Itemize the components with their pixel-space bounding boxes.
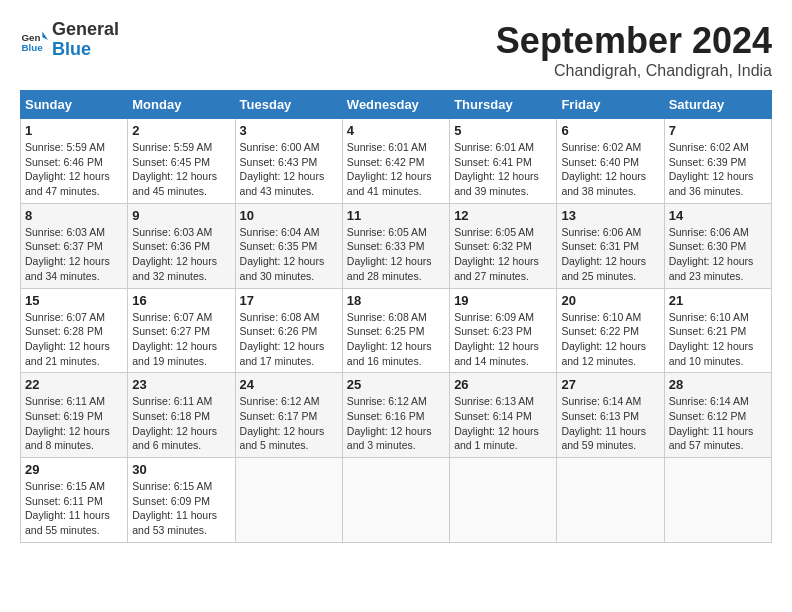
calendar-body: 1Sunrise: 5:59 AMSunset: 6:46 PMDaylight…	[21, 119, 772, 543]
calendar-cell-1-7: 7Sunrise: 6:02 AMSunset: 6:39 PMDaylight…	[664, 119, 771, 204]
calendar-cell-1-4: 4Sunrise: 6:01 AMSunset: 6:42 PMDaylight…	[342, 119, 449, 204]
day-info: Sunrise: 6:07 AMSunset: 6:27 PMDaylight:…	[132, 310, 230, 369]
calendar-cell-4-7: 28Sunrise: 6:14 AMSunset: 6:12 PMDayligh…	[664, 373, 771, 458]
logo-icon: Gen Blue	[20, 26, 48, 54]
logo-text: General Blue	[52, 20, 119, 60]
page-header: Gen Blue General Blue September 2024 Cha…	[20, 20, 772, 80]
day-info: Sunrise: 6:08 AMSunset: 6:25 PMDaylight:…	[347, 310, 445, 369]
day-number: 22	[25, 377, 123, 392]
day-info: Sunrise: 6:11 AMSunset: 6:18 PMDaylight:…	[132, 394, 230, 453]
day-info: Sunrise: 6:10 AMSunset: 6:22 PMDaylight:…	[561, 310, 659, 369]
calendar-cell-5-6	[557, 458, 664, 543]
calendar-cell-3-2: 16Sunrise: 6:07 AMSunset: 6:27 PMDayligh…	[128, 288, 235, 373]
col-saturday: Saturday	[664, 91, 771, 119]
calendar-table: Sunday Monday Tuesday Wednesday Thursday…	[20, 90, 772, 543]
day-number: 29	[25, 462, 123, 477]
calendar-cell-3-5: 19Sunrise: 6:09 AMSunset: 6:23 PMDayligh…	[450, 288, 557, 373]
day-info: Sunrise: 6:06 AMSunset: 6:31 PMDaylight:…	[561, 225, 659, 284]
day-number: 18	[347, 293, 445, 308]
day-number: 11	[347, 208, 445, 223]
day-number: 6	[561, 123, 659, 138]
day-info: Sunrise: 6:05 AMSunset: 6:33 PMDaylight:…	[347, 225, 445, 284]
day-info: Sunrise: 5:59 AMSunset: 6:45 PMDaylight:…	[132, 140, 230, 199]
col-monday: Monday	[128, 91, 235, 119]
day-number: 2	[132, 123, 230, 138]
day-number: 7	[669, 123, 767, 138]
calendar-cell-3-6: 20Sunrise: 6:10 AMSunset: 6:22 PMDayligh…	[557, 288, 664, 373]
logo-blue: Blue	[52, 39, 91, 59]
day-info: Sunrise: 6:11 AMSunset: 6:19 PMDaylight:…	[25, 394, 123, 453]
day-number: 23	[132, 377, 230, 392]
day-number: 9	[132, 208, 230, 223]
day-info: Sunrise: 6:07 AMSunset: 6:28 PMDaylight:…	[25, 310, 123, 369]
day-number: 1	[25, 123, 123, 138]
day-number: 28	[669, 377, 767, 392]
day-info: Sunrise: 6:09 AMSunset: 6:23 PMDaylight:…	[454, 310, 552, 369]
calendar-cell-1-2: 2Sunrise: 5:59 AMSunset: 6:45 PMDaylight…	[128, 119, 235, 204]
svg-text:Blue: Blue	[21, 42, 43, 53]
calendar-cell-3-1: 15Sunrise: 6:07 AMSunset: 6:28 PMDayligh…	[21, 288, 128, 373]
calendar-row-5: 29Sunrise: 6:15 AMSunset: 6:11 PMDayligh…	[21, 458, 772, 543]
day-number: 15	[25, 293, 123, 308]
col-sunday: Sunday	[21, 91, 128, 119]
svg-marker-2	[42, 31, 48, 39]
location: Chandigrah, Chandigrah, India	[496, 62, 772, 80]
day-number: 26	[454, 377, 552, 392]
day-number: 14	[669, 208, 767, 223]
calendar-cell-4-2: 23Sunrise: 6:11 AMSunset: 6:18 PMDayligh…	[128, 373, 235, 458]
calendar-cell-4-1: 22Sunrise: 6:11 AMSunset: 6:19 PMDayligh…	[21, 373, 128, 458]
calendar-cell-2-4: 11Sunrise: 6:05 AMSunset: 6:33 PMDayligh…	[342, 203, 449, 288]
day-number: 12	[454, 208, 552, 223]
day-info: Sunrise: 6:03 AMSunset: 6:37 PMDaylight:…	[25, 225, 123, 284]
day-info: Sunrise: 6:02 AMSunset: 6:39 PMDaylight:…	[669, 140, 767, 199]
calendar-header-row: Sunday Monday Tuesday Wednesday Thursday…	[21, 91, 772, 119]
calendar-row-4: 22Sunrise: 6:11 AMSunset: 6:19 PMDayligh…	[21, 373, 772, 458]
calendar-cell-3-7: 21Sunrise: 6:10 AMSunset: 6:21 PMDayligh…	[664, 288, 771, 373]
month-title: September 2024	[496, 20, 772, 62]
day-info: Sunrise: 6:00 AMSunset: 6:43 PMDaylight:…	[240, 140, 338, 199]
calendar-cell-1-6: 6Sunrise: 6:02 AMSunset: 6:40 PMDaylight…	[557, 119, 664, 204]
day-number: 5	[454, 123, 552, 138]
calendar-cell-3-3: 17Sunrise: 6:08 AMSunset: 6:26 PMDayligh…	[235, 288, 342, 373]
day-info: Sunrise: 6:05 AMSunset: 6:32 PMDaylight:…	[454, 225, 552, 284]
calendar-cell-4-5: 26Sunrise: 6:13 AMSunset: 6:14 PMDayligh…	[450, 373, 557, 458]
calendar-cell-2-2: 9Sunrise: 6:03 AMSunset: 6:36 PMDaylight…	[128, 203, 235, 288]
day-info: Sunrise: 6:06 AMSunset: 6:30 PMDaylight:…	[669, 225, 767, 284]
calendar-cell-5-2: 30Sunrise: 6:15 AMSunset: 6:09 PMDayligh…	[128, 458, 235, 543]
day-number: 3	[240, 123, 338, 138]
day-info: Sunrise: 6:02 AMSunset: 6:40 PMDaylight:…	[561, 140, 659, 199]
calendar-row-3: 15Sunrise: 6:07 AMSunset: 6:28 PMDayligh…	[21, 288, 772, 373]
day-info: Sunrise: 6:04 AMSunset: 6:35 PMDaylight:…	[240, 225, 338, 284]
calendar-cell-5-1: 29Sunrise: 6:15 AMSunset: 6:11 PMDayligh…	[21, 458, 128, 543]
day-info: Sunrise: 6:12 AMSunset: 6:16 PMDaylight:…	[347, 394, 445, 453]
calendar-cell-1-3: 3Sunrise: 6:00 AMSunset: 6:43 PMDaylight…	[235, 119, 342, 204]
day-number: 30	[132, 462, 230, 477]
day-info: Sunrise: 5:59 AMSunset: 6:46 PMDaylight:…	[25, 140, 123, 199]
day-info: Sunrise: 6:12 AMSunset: 6:17 PMDaylight:…	[240, 394, 338, 453]
col-tuesday: Tuesday	[235, 91, 342, 119]
calendar-cell-4-4: 25Sunrise: 6:12 AMSunset: 6:16 PMDayligh…	[342, 373, 449, 458]
logo: Gen Blue General Blue	[20, 20, 119, 60]
day-info: Sunrise: 6:13 AMSunset: 6:14 PMDaylight:…	[454, 394, 552, 453]
day-number: 19	[454, 293, 552, 308]
day-info: Sunrise: 6:10 AMSunset: 6:21 PMDaylight:…	[669, 310, 767, 369]
logo-general: General	[52, 19, 119, 39]
day-number: 27	[561, 377, 659, 392]
calendar-cell-2-1: 8Sunrise: 6:03 AMSunset: 6:37 PMDaylight…	[21, 203, 128, 288]
title-area: September 2024 Chandigrah, Chandigrah, I…	[496, 20, 772, 80]
day-info: Sunrise: 6:14 AMSunset: 6:12 PMDaylight:…	[669, 394, 767, 453]
calendar-row-1: 1Sunrise: 5:59 AMSunset: 6:46 PMDaylight…	[21, 119, 772, 204]
calendar-cell-2-3: 10Sunrise: 6:04 AMSunset: 6:35 PMDayligh…	[235, 203, 342, 288]
calendar-cell-5-3	[235, 458, 342, 543]
calendar-cell-1-5: 5Sunrise: 6:01 AMSunset: 6:41 PMDaylight…	[450, 119, 557, 204]
day-number: 10	[240, 208, 338, 223]
day-info: Sunrise: 6:14 AMSunset: 6:13 PMDaylight:…	[561, 394, 659, 453]
day-info: Sunrise: 6:01 AMSunset: 6:41 PMDaylight:…	[454, 140, 552, 199]
calendar-cell-5-5	[450, 458, 557, 543]
day-info: Sunrise: 6:15 AMSunset: 6:11 PMDaylight:…	[25, 479, 123, 538]
col-thursday: Thursday	[450, 91, 557, 119]
day-number: 4	[347, 123, 445, 138]
col-friday: Friday	[557, 91, 664, 119]
day-number: 16	[132, 293, 230, 308]
day-info: Sunrise: 6:08 AMSunset: 6:26 PMDaylight:…	[240, 310, 338, 369]
